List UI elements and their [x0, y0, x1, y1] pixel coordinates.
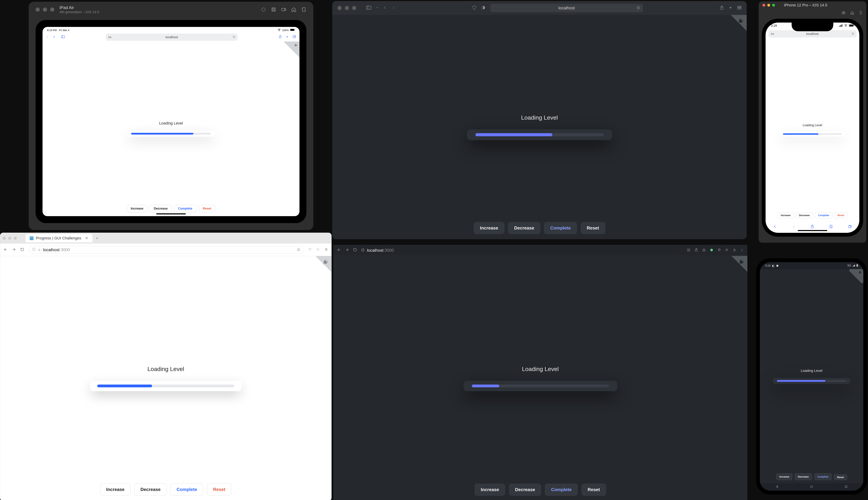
- home-indicator: [798, 230, 827, 231]
- decrease-button[interactable]: Decrease: [508, 222, 540, 234]
- refresh-icon[interactable]: [637, 5, 640, 10]
- back-icon[interactable]: [337, 248, 341, 253]
- extension-icon[interactable]: [710, 248, 713, 253]
- android-back-icon[interactable]: [776, 485, 779, 489]
- new-tab-icon[interactable]: [729, 6, 732, 10]
- increase-button[interactable]: Increase: [100, 484, 131, 496]
- screenshot-icon[interactable]: [842, 11, 845, 15]
- appearance-icon[interactable]: [481, 5, 486, 10]
- reset-button[interactable]: Reset: [581, 222, 605, 234]
- tabs-icon[interactable]: [293, 35, 296, 39]
- traffic-lights[interactable]: [3, 237, 17, 240]
- address-bar[interactable]: localhost: [490, 4, 643, 12]
- menu-icon[interactable]: [324, 248, 328, 252]
- reset-button[interactable]: Reset: [834, 474, 847, 480]
- traffic-lights[interactable]: [338, 6, 356, 10]
- address-bar[interactable]: localhost:3000: [361, 248, 683, 253]
- complete-button[interactable]: Complete: [174, 205, 196, 212]
- svg-rect-16: [740, 8, 741, 9]
- share-icon[interactable]: [720, 5, 724, 11]
- install-icon[interactable]: [687, 248, 690, 253]
- share-icon[interactable]: [695, 248, 698, 253]
- complete-button[interactable]: Complete: [170, 484, 203, 496]
- url-text[interactable]: localhost: [806, 32, 819, 36]
- android-home-icon[interactable]: [810, 485, 813, 489]
- complete-button[interactable]: Complete: [815, 212, 833, 218]
- forward-icon[interactable]: [345, 248, 349, 253]
- increase-button[interactable]: Increase: [777, 212, 794, 218]
- traffic-lights[interactable]: [36, 8, 54, 12]
- refresh-icon[interactable]: [353, 248, 357, 253]
- increase-button[interactable]: Increase: [127, 205, 147, 212]
- decrease-button[interactable]: Decrease: [509, 484, 541, 496]
- iphone-screen: 3:19 AA localhost Loading Level: [766, 23, 859, 233]
- sidebar-icon[interactable]: [61, 35, 65, 39]
- tabs-icon[interactable]: [848, 225, 852, 229]
- android-recents-icon[interactable]: [845, 485, 848, 489]
- svg-rect-26: [849, 25, 853, 26]
- decrease-button[interactable]: Decrease: [134, 484, 167, 496]
- star-icon[interactable]: [297, 247, 300, 252]
- star-icon[interactable]: [702, 248, 706, 253]
- profile-icon[interactable]: [733, 248, 736, 253]
- sidebar-icon[interactable]: [366, 6, 371, 10]
- decrease-button[interactable]: Decrease: [795, 473, 812, 480]
- new-tab-icon[interactable]: [286, 35, 289, 39]
- reset-button[interactable]: Reset: [834, 212, 847, 218]
- browser-tab[interactable]: Progress | GUI Challenges ✕: [25, 234, 92, 242]
- complete-button[interactable]: Complete: [814, 473, 832, 480]
- new-tab-button[interactable]: [94, 235, 100, 241]
- decrease-button[interactable]: Decrease: [150, 205, 172, 212]
- address-bar[interactable]: localhost:3000: [28, 246, 304, 254]
- record-icon[interactable]: [281, 7, 286, 12]
- lock-icon[interactable]: [38, 247, 41, 252]
- snapshot-icon[interactable]: [261, 7, 266, 12]
- refresh-icon[interactable]: [20, 248, 24, 252]
- devtools-icon[interactable]: [317, 248, 320, 252]
- close-icon[interactable]: ✕: [85, 236, 88, 240]
- back-icon[interactable]: [4, 248, 8, 252]
- rotate-icon[interactable]: [301, 7, 306, 12]
- reading-list-icon[interactable]: [725, 248, 729, 253]
- aa-button[interactable]: AA: [771, 33, 774, 35]
- share-icon[interactable]: [278, 35, 282, 39]
- refresh-icon[interactable]: [233, 35, 235, 39]
- shield-icon[interactable]: [32, 247, 35, 252]
- rotate-icon[interactable]: [859, 11, 863, 16]
- back-icon[interactable]: [46, 35, 49, 39]
- increase-button[interactable]: Increase: [474, 222, 504, 234]
- forward-icon[interactable]: [53, 35, 55, 39]
- bookmarks-icon[interactable]: [829, 225, 833, 229]
- complete-button[interactable]: Complete: [544, 222, 577, 234]
- screenshot-icon[interactable]: [271, 7, 276, 12]
- progress-track: [777, 380, 846, 382]
- url-text[interactable]: localhost: [165, 35, 178, 39]
- info-icon[interactable]: [361, 248, 365, 253]
- menu-icon[interactable]: [740, 248, 743, 253]
- reset-button[interactable]: Reset: [199, 205, 215, 212]
- home-icon[interactable]: [291, 7, 296, 12]
- extensions-icon[interactable]: [718, 248, 721, 253]
- increase-button[interactable]: Increase: [776, 473, 792, 480]
- refresh-icon[interactable]: [852, 32, 854, 36]
- shield-icon[interactable]: [472, 5, 476, 11]
- chevron-down-icon[interactable]: [376, 7, 378, 10]
- share-icon[interactable]: [811, 225, 814, 229]
- forward-icon[interactable]: [392, 6, 395, 10]
- decrease-button[interactable]: Decrease: [796, 212, 813, 218]
- forward-icon[interactable]: [792, 225, 795, 229]
- back-icon[interactable]: [773, 225, 777, 229]
- extension-icon[interactable]: [308, 248, 312, 252]
- svg-rect-44: [845, 486, 847, 488]
- complete-button[interactable]: Complete: [545, 484, 578, 496]
- home-icon[interactable]: [850, 11, 854, 15]
- reset-button[interactable]: Reset: [582, 484, 606, 496]
- aa-button[interactable]: AA: [108, 36, 112, 38]
- back-icon[interactable]: [383, 6, 387, 10]
- increase-button[interactable]: Increase: [475, 484, 505, 496]
- forward-icon[interactable]: [12, 248, 16, 252]
- tabs-overview-icon[interactable]: [737, 6, 741, 10]
- svg-rect-17: [842, 12, 845, 14]
- traffic-lights[interactable]: [763, 4, 775, 7]
- reset-button[interactable]: Reset: [207, 484, 231, 496]
